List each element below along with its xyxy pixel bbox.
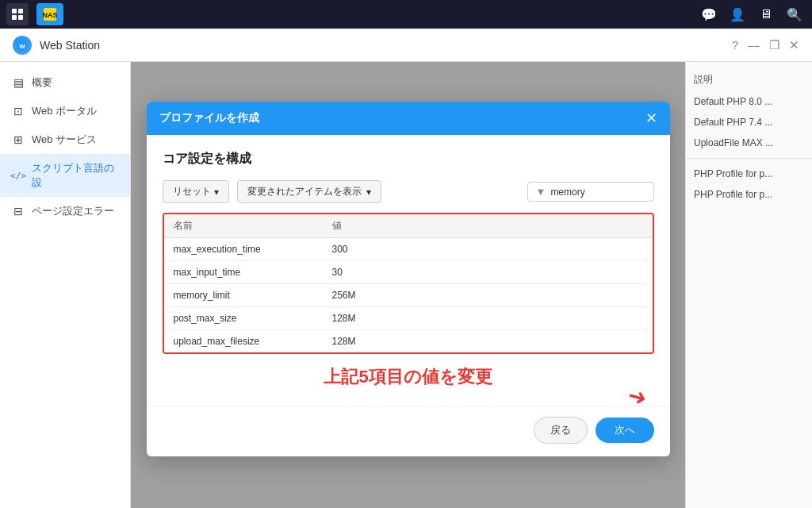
app-grid-button[interactable] [6, 3, 29, 25]
reset-button[interactable]: リセット ▾ [163, 180, 229, 203]
user-icon[interactable]: 👤 [726, 3, 749, 25]
changed-items-dropdown[interactable]: 変更されたアイテムを表示 ▾ [237, 180, 381, 203]
table-row[interactable]: max_input_time 30 [164, 261, 653, 284]
modal-header: プロファイルを作成 ✕ [147, 102, 670, 135]
svg-text:W: W [19, 43, 25, 50]
row-name-2: memory_limit [174, 290, 332, 301]
col-name-header: 名前 [174, 219, 332, 233]
table-header: 名前 値 [164, 214, 653, 238]
modal-footer: 戻る ➜ 次へ [147, 406, 670, 456]
row-value-0: 300 [332, 244, 643, 255]
taskbar-right-icons: 💬 👤 🖥 🔍 [698, 3, 806, 25]
maximize-button[interactable]: ❐ [769, 38, 779, 52]
svg-rect-0 [12, 9, 17, 13]
row-value-2: 256M [332, 290, 643, 301]
back-button[interactable]: 戻る [534, 417, 588, 444]
search-box: ▼ [527, 182, 654, 202]
table-row[interactable]: upload_max_filesize 128M [164, 330, 653, 352]
row-value-4: 128M [332, 336, 643, 347]
row-name-3: post_max_size [174, 313, 332, 324]
right-panel-item-3[interactable]: PHP Profile for p... [686, 164, 812, 184]
next-button-wrapper: ➜ 次へ [596, 418, 654, 443]
app-body: ▤ 概要 ⊡ Web ポータル ⊞ Web サービス </> スクリプト言語の設… [0, 62, 812, 508]
message-icon[interactable]: 💬 [698, 3, 720, 25]
sidebar: ▤ 概要 ⊡ Web ポータル ⊞ Web サービス </> スクリプト言語の設… [0, 62, 131, 508]
sidebar-item-label-overview: 概要 [32, 75, 52, 90]
sidebar-item-label-script-lang: スクリプト言語の設 [32, 161, 119, 190]
filter-icon: ▼ [536, 186, 546, 198]
nas-app-button[interactable]: NAS [36, 3, 63, 25]
sidebar-item-label-page-error: ページ設定エラー [32, 204, 114, 218]
sidebar-item-web-portal[interactable]: ⊡ Web ポータル [0, 97, 130, 125]
modal: プロファイルを作成 ✕ コア設定を構成 リセット ▾ [147, 102, 670, 456]
row-value-3: 128M [332, 313, 643, 324]
app-window: W Web Station ? — ❐ ✕ ▤ 概要 ⊡ Web ポータル ⊞ … [0, 29, 812, 508]
row-name-4: upload_max_filesize [174, 336, 332, 347]
row-name-0: max_execution_time [174, 244, 332, 255]
minimize-button[interactable]: — [748, 38, 760, 52]
right-panel-item-1[interactable]: Default PHP 7.4 ... [686, 112, 812, 133]
sidebar-item-page-error[interactable]: ⊟ ページ設定エラー [0, 197, 130, 225]
web-service-icon: ⊞ [11, 133, 25, 146]
modal-overlay: プロファイルを作成 ✕ コア設定を構成 リセット ▾ [131, 62, 685, 508]
page-error-icon: ⊟ [11, 205, 25, 217]
right-panel-item-4[interactable]: PHP Profile for p... [686, 184, 812, 205]
modal-body: コア設定を構成 リセット ▾ 変更されたアイテムを表示 ▾ [147, 135, 670, 403]
app-titlebar-controls: ? — ❐ ✕ [732, 38, 799, 52]
row-value-1: 30 [332, 267, 643, 278]
right-panel-item-0[interactable]: Default PHP 8.0 ... [686, 91, 812, 112]
table-row[interactable]: max_execution_time 300 [164, 238, 653, 261]
help-button[interactable]: ? [732, 38, 738, 52]
modal-close-button[interactable]: ✕ [645, 111, 657, 125]
overview-icon: ▤ [11, 76, 25, 89]
sidebar-item-label-web-portal: Web ポータル [32, 104, 97, 118]
search-icon[interactable]: 🔍 [783, 3, 806, 25]
right-panel: 説明 Default PHP 8.0 ... Default PHP 7.4 .… [685, 62, 812, 508]
svg-rect-2 [12, 15, 17, 20]
dropdown-arrow-icon: ▾ [366, 187, 371, 198]
modal-toolbar: リセット ▾ 変更されたアイテムを表示 ▾ ▼ [163, 180, 654, 203]
search-input[interactable] [550, 187, 630, 198]
taskbar: NAS 💬 👤 🖥 🔍 [0, 0, 812, 29]
row-name-1: max_input_time [174, 267, 332, 278]
config-table: 名前 値 max_execution_time 300 max_input_ti… [163, 213, 654, 354]
script-lang-icon: </> [11, 171, 25, 181]
reset-label: リセット [173, 185, 211, 198]
annotation-text: 上記5項目の値を変更 [163, 365, 654, 389]
next-button[interactable]: 次へ [596, 418, 654, 443]
sidebar-item-web-service[interactable]: ⊞ Web サービス [0, 125, 130, 154]
app-titlebar: W Web Station ? — ❐ ✕ [0, 29, 812, 62]
modal-subtitle: コア設定を構成 [163, 151, 654, 167]
svg-text:NAS: NAS [43, 11, 57, 19]
right-panel-divider [686, 158, 812, 159]
dropdown-label: 変更されたアイテムを表示 [247, 185, 362, 198]
reset-dropdown-icon: ▾ [214, 187, 219, 198]
app-close-button[interactable]: ✕ [789, 38, 799, 52]
svg-rect-3 [18, 15, 23, 20]
display-icon[interactable]: 🖥 [755, 3, 777, 25]
sidebar-item-overview[interactable]: ▤ 概要 [0, 68, 130, 97]
table-row[interactable]: post_max_size 128M [164, 307, 653, 330]
right-panel-item-2[interactable]: UploadFile MAX ... [686, 133, 812, 153]
modal-header-title: プロファイルを作成 [159, 111, 259, 125]
sidebar-item-label-web-service: Web サービス [32, 133, 97, 147]
table-row[interactable]: memory_limit 256M [164, 284, 653, 307]
sidebar-item-script-lang[interactable]: </> スクリプト言語の設 [0, 154, 130, 197]
app-logo: W [13, 36, 32, 55]
web-portal-icon: ⊡ [11, 105, 25, 117]
svg-rect-1 [18, 9, 23, 13]
app-title: Web Station [40, 39, 100, 52]
col-value-header: 値 [332, 219, 643, 233]
right-panel-header: 説明 [686, 68, 812, 91]
main-content: プロファイルを作成 ✕ コア設定を構成 リセット ▾ [131, 62, 685, 508]
